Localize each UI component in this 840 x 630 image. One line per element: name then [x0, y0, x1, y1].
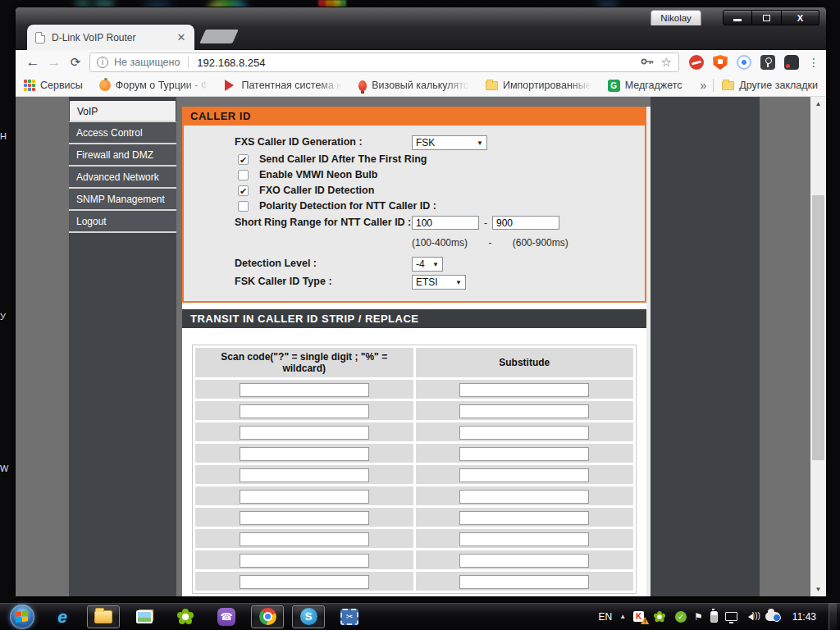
bookmark-label: Сервисы [40, 80, 83, 91]
new-tab-button[interactable] [199, 30, 239, 43]
scan-code-input[interactable] [240, 383, 369, 397]
page-scrollbar[interactable]: ▲ ▼ [810, 97, 826, 596]
scan-code-input[interactable] [240, 511, 369, 525]
short-ring-min-input[interactable] [412, 216, 479, 230]
extension-icon-pin[interactable] [760, 55, 775, 70]
taskbar-chrome-button[interactable] [251, 605, 284, 628]
scan-code-input[interactable] [240, 532, 369, 546]
minimize-icon [733, 19, 742, 21]
scan-code-input[interactable] [240, 426, 369, 440]
maximize-button[interactable] [752, 10, 782, 25]
range-dash: - [484, 216, 487, 231]
taskbar-explorer-button[interactable] [87, 605, 120, 628]
kaspersky-icon[interactable]: K [633, 611, 644, 622]
bookmark-forum[interactable]: Форум о Турции - Ф [99, 80, 209, 91]
sidebar-item-access-control[interactable]: Access Control [69, 122, 176, 144]
table-row [195, 486, 633, 505]
green-g-icon: G [608, 80, 620, 92]
back-button[interactable]: ← [22, 54, 43, 71]
apps-grid-icon [24, 80, 35, 91]
browser-tab[interactable]: D-Link VoIP Router ✕ [27, 25, 194, 50]
substitute-input[interactable] [459, 511, 589, 525]
bookmark-imported[interactable]: Импортированные [486, 80, 591, 91]
forward-button[interactable]: → [43, 54, 65, 71]
action-center-flag-icon[interactable]: ⚑ [694, 611, 703, 623]
substitute-input[interactable] [459, 383, 589, 397]
close-button[interactable]: X [782, 10, 819, 25]
minimize-button[interactable] [723, 10, 752, 25]
substitute-input[interactable] [459, 575, 589, 589]
substitute-input[interactable] [459, 490, 589, 504]
sidebar-item-voip[interactable]: VoIP [69, 100, 176, 122]
checkbox-label: Send Caller ID After The First Ring [259, 153, 427, 165]
network-icon[interactable] [725, 612, 737, 621]
transit-table: Scan code("?" = single digit ; "%" = wil… [192, 345, 637, 594]
substitute-input[interactable] [459, 426, 589, 440]
sidebar-item-logout[interactable]: Logout [69, 211, 176, 233]
taskbar-photos-button[interactable] [128, 605, 161, 628]
address-bar[interactable]: i Не защищено 192.168.8.254 ☆ [89, 52, 679, 72]
show-hidden-icons-button[interactable]: ▲ [619, 613, 626, 620]
scan-code-input[interactable] [240, 468, 369, 482]
taskbar-viber-button[interactable]: ☎ [210, 605, 243, 628]
scan-code-input[interactable] [240, 404, 369, 418]
short-ring-max-input[interactable] [492, 216, 559, 230]
extension-icon-shield[interactable] [713, 55, 728, 70]
taskbar-ie-button[interactable]: e [46, 605, 79, 628]
volume-icon[interactable]: ))) [745, 611, 758, 623]
extension-icon-blue[interactable] [737, 55, 751, 70]
other-bookmarks-button[interactable]: Другие закладки [722, 80, 818, 91]
scroll-up-button[interactable]: ▲ [810, 97, 826, 111]
scan-code-input[interactable] [240, 554, 369, 568]
window-titlebar[interactable]: Nikolay X D-Link VoIP Router ✕ [16, 7, 826, 50]
icq-tray-icon[interactable] [654, 611, 665, 623]
substitute-input[interactable] [459, 554, 589, 568]
scan-code-input[interactable] [240, 447, 369, 461]
substitute-input[interactable] [459, 447, 589, 461]
taskbar-snipping-button[interactable]: ✂ [333, 605, 366, 628]
fxs-generation-value: FSK [416, 137, 435, 148]
scrollbar-thumb[interactable] [812, 195, 824, 460]
scan-code-input[interactable] [240, 575, 369, 589]
bookmark-visa[interactable]: Визовый калькулято [358, 80, 469, 91]
scan-code-input[interactable] [240, 490, 369, 504]
bookmark-patent[interactable]: Патентная система н [225, 80, 342, 91]
show-desktop-button[interactable] [829, 603, 837, 630]
url-text[interactable]: 192.168.8.254 [197, 57, 633, 69]
substitute-input[interactable] [459, 532, 589, 546]
vmwi-neon-bulb-checkbox[interactable] [238, 170, 249, 180]
info-icon[interactable]: i [97, 57, 108, 68]
password-key-icon[interactable] [641, 55, 655, 70]
bookmark-star-icon[interactable]: ☆ [661, 55, 672, 70]
language-indicator[interactable]: EN [599, 611, 613, 623]
bookmark-medgadgets[interactable]: G Медгаджетс [608, 80, 682, 92]
taskbar-skype-button[interactable]: S [292, 605, 325, 628]
clock[interactable]: 11:43 [792, 611, 816, 623]
chrome-menu-icon[interactable]: ⋮ [808, 60, 819, 65]
green-check-icon[interactable]: ✓ [675, 611, 687, 623]
chrome-profile-button[interactable]: Nikolay [651, 10, 701, 25]
sidebar-item-snmp[interactable]: SNMP Management [69, 189, 176, 211]
sidebar-item-firewall-dmz[interactable]: Firewall and DMZ [69, 144, 176, 167]
sidebar-item-advanced-network[interactable]: Advanced Network [69, 167, 176, 189]
substitute-input[interactable] [459, 468, 589, 482]
battery-icon[interactable] [710, 611, 718, 623]
detection-level-select[interactable]: -4 ▼ [412, 257, 443, 272]
substitute-input[interactable] [459, 404, 589, 418]
tab-close-icon[interactable]: ✕ [175, 31, 188, 43]
extension-icon-dark[interactable] [784, 55, 799, 70]
scroll-down-button[interactable]: ▼ [810, 582, 826, 596]
reload-button[interactable]: ⟳ [65, 55, 86, 70]
desktop-icon-label: H [0, 131, 7, 141]
bookmark-services[interactable]: Сервисы [24, 80, 83, 91]
cloud-sync-icon[interactable] [765, 612, 780, 621]
fxo-detection-checkbox[interactable] [238, 185, 249, 196]
polarity-detection-checkbox[interactable] [238, 201, 249, 212]
bookmarks-overflow-button[interactable]: » [700, 79, 706, 92]
fsk-type-select[interactable]: ETSI ▼ [412, 275, 466, 290]
extension-icon-red[interactable] [689, 55, 704, 70]
start-button[interactable] [10, 605, 34, 629]
fxs-generation-select[interactable]: FSK ▼ [412, 135, 487, 150]
taskbar-icq-button[interactable] [169, 605, 202, 628]
send-caller-id-checkbox[interactable] [238, 154, 249, 165]
